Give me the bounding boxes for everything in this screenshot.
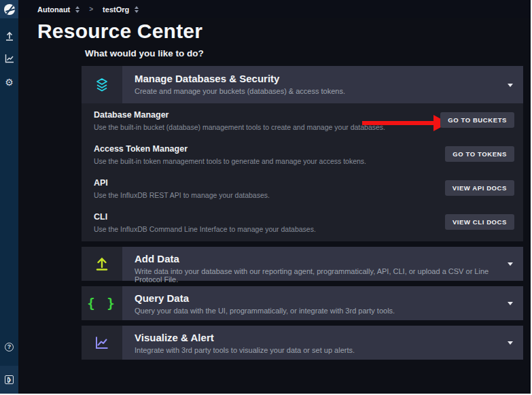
- row-description: Use the built-in bucket (database) manag…: [94, 123, 385, 131]
- topbar: Autonaut > testOrg: [18, 0, 531, 18]
- row-title: CLI: [94, 212, 107, 222]
- gear-icon: ⚙: [5, 78, 14, 87]
- panel-manage-header[interactable]: Manage Databases & Security Create and m…: [82, 66, 523, 103]
- help-icon: ?: [5, 343, 14, 351]
- influxdb-logo-icon[interactable]: [0, 0, 18, 18]
- org-switcher-caret-icon[interactable]: [75, 6, 79, 13]
- graph-icon: [4, 53, 15, 67]
- upload-icon: [82, 247, 122, 281]
- row-description: Use the InfluxDB Command Line Interface …: [94, 225, 316, 233]
- panel-description: Write data into your database with our r…: [135, 267, 500, 284]
- sidebar-item-settings[interactable]: ⚙: [0, 75, 18, 90]
- line-chart-icon: [82, 326, 122, 360]
- row-description: Use the built-in token management tools …: [94, 157, 366, 165]
- panel-title: Manage Databases & Security: [135, 73, 500, 84]
- sidebar: ⚙ ? ❯: [0, 0, 18, 394]
- panel-description: Query your data with the UI, programmati…: [135, 307, 500, 315]
- sidebar-item-data-explorer[interactable]: [0, 52, 18, 67]
- panel-add-data-header[interactable]: Add Data Write data into your database w…: [82, 247, 523, 281]
- view-api-docs-button[interactable]: VIEW API DOCS: [445, 180, 514, 196]
- sidebar-item-load-data[interactable]: [0, 30, 18, 45]
- row-access-token-manager: Access Token Manager Use the built-in to…: [82, 140, 523, 174]
- row-title: API: [94, 178, 108, 188]
- chevron-down-icon[interactable]: [508, 262, 513, 266]
- panel-visualize-alert-header[interactable]: Visualize & Alert Integrate with 3rd par…: [82, 326, 523, 360]
- row-title: Access Token Manager: [94, 144, 188, 154]
- panel-query-data-header[interactable]: { } Query Data Query your data with the …: [82, 286, 523, 320]
- panel-description: Create and manage your buckets (database…: [135, 87, 500, 95]
- sidebar-item-toggle[interactable]: ❯: [0, 366, 18, 394]
- chevron-down-icon[interactable]: [508, 341, 513, 345]
- breadcrumb-org[interactable]: Autonaut: [37, 5, 70, 14]
- row-description: Use the InfluxDB REST API to manage your…: [94, 191, 270, 199]
- go-to-buckets-button[interactable]: GO TO BUCKETS: [440, 112, 514, 128]
- panel-add-data: Add Data Write data into your database w…: [82, 247, 523, 281]
- row-api: API Use the InfluxDB REST API to manage …: [82, 174, 523, 208]
- panel-visualize-alert: Visualize & Alert Integrate with 3rd par…: [82, 326, 523, 360]
- app-window: ⚙ ? ❯ Autonaut > testOrg Resource Center…: [0, 0, 532, 395]
- row-database-manager: Database Manager Use the built-in bucket…: [82, 106, 523, 140]
- panel-manage-databases: Manage Databases & Security Create and m…: [82, 66, 523, 241]
- upload-icon: [4, 31, 15, 44]
- panel-title: Query Data: [135, 292, 500, 304]
- layers-icon: [82, 66, 122, 103]
- panel-description: Integrate with 3rd party tools to visual…: [135, 346, 500, 354]
- sidebar-item-help[interactable]: ?: [0, 339, 18, 354]
- panel-title: Add Data: [135, 253, 500, 264]
- panel-title: Visualize & Alert: [135, 332, 500, 343]
- row-title: Database Manager: [94, 110, 169, 120]
- page-subtitle: What would you like to do?: [85, 48, 204, 58]
- go-to-tokens-button[interactable]: GO TO TOKENS: [445, 146, 514, 162]
- breadcrumb-separator-icon: >: [89, 5, 93, 13]
- braces-icon: { }: [82, 286, 122, 320]
- chevron-down-icon[interactable]: [508, 302, 513, 305]
- suborg-switcher-caret-icon[interactable]: [135, 6, 139, 13]
- view-cli-docs-button[interactable]: VIEW CLI DOCS: [445, 214, 514, 230]
- breadcrumb-suborg[interactable]: testOrg: [103, 5, 129, 14]
- row-cli: CLI Use the InfluxDB Command Line Interf…: [82, 208, 523, 242]
- panel-toggle-icon: ❯: [5, 375, 14, 384]
- page-title: Resource Center: [37, 20, 202, 43]
- panel-query-data: { } Query Data Query your data with the …: [82, 286, 523, 320]
- chevron-down-icon[interactable]: [508, 84, 513, 87]
